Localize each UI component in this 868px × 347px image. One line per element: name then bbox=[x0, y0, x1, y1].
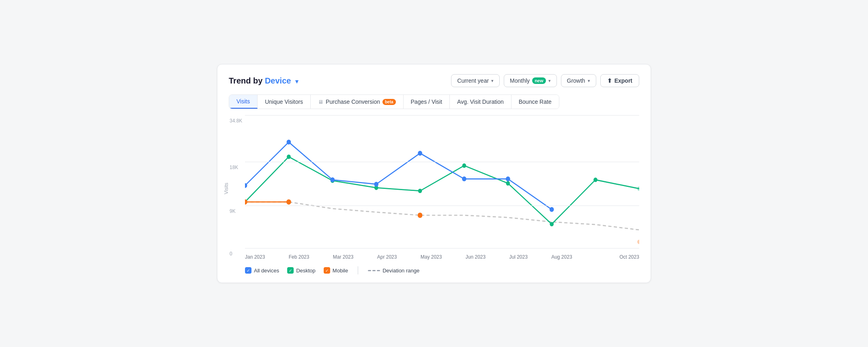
tab-bounce-rate[interactable]: Bounce Rate bbox=[511, 95, 559, 109]
header-controls: Current year ▾ Monthly new ▾ Growth ▾ ⬆ … bbox=[451, 74, 639, 87]
x-label-oct: Oct 2023 bbox=[619, 254, 639, 260]
legend-deviation[interactable]: Deviation range bbox=[368, 268, 419, 274]
device-chevron: ▼ bbox=[294, 78, 300, 85]
desktop-check-icon: ✓ bbox=[287, 267, 294, 274]
tab-unique-visitors[interactable]: Unique Visitors bbox=[258, 95, 311, 109]
header: Trend by Device ▼ Current year ▾ Monthly… bbox=[229, 74, 639, 87]
legend-desktop[interactable]: ✓ Desktop bbox=[287, 267, 316, 274]
x-label-jan: Jan 2023 bbox=[245, 254, 265, 260]
current-year-chevron: ▾ bbox=[491, 78, 494, 84]
growth-button[interactable]: Growth ▾ bbox=[561, 74, 596, 87]
monthly-button[interactable]: Monthly new ▾ bbox=[504, 74, 556, 87]
deviation-dash-icon bbox=[368, 270, 380, 271]
chart-legend: ✓ All devices ✓ Desktop ✓ Mobile Deviati… bbox=[229, 266, 639, 274]
y-label-18k: 18K bbox=[230, 165, 238, 170]
tab-purchase-conversion[interactable]: 🖥 Purchase Conversion beta bbox=[311, 95, 403, 109]
tab-visits[interactable]: Visits bbox=[229, 95, 258, 109]
device-selector[interactable]: Device ▼ bbox=[265, 76, 300, 85]
page-title: Trend by Device ▼ bbox=[229, 76, 300, 86]
monitor-icon: 🖥 bbox=[318, 99, 323, 105]
chart-inner: 34.8K 18K 9K 0 bbox=[245, 116, 639, 248]
tab-pages-visit[interactable]: Pages / Visit bbox=[404, 95, 450, 109]
all-devices-check-icon: ✓ bbox=[245, 267, 251, 274]
x-label-jul: Jul 2023 bbox=[509, 254, 527, 260]
legend-mobile-label: Mobile bbox=[333, 268, 348, 274]
chart-wrapper: Visits 34.8K 18K 9K 0 bbox=[229, 116, 639, 261]
y-label-9k: 9K bbox=[230, 208, 236, 214]
current-year-button[interactable]: Current year ▾ bbox=[451, 74, 500, 87]
legend-all-devices-label: All devices bbox=[254, 268, 279, 274]
x-label-may: May 2023 bbox=[421, 254, 442, 260]
main-card: Trend by Device ▼ Current year ▾ Monthly… bbox=[217, 64, 651, 283]
x-label-feb: Feb 2023 bbox=[289, 254, 309, 260]
grid-lines: 34.8K 18K 9K 0 bbox=[245, 116, 639, 248]
export-icon: ⬆ bbox=[607, 77, 612, 84]
legend-desktop-label: Desktop bbox=[296, 268, 316, 274]
monthly-chevron: ▾ bbox=[548, 78, 551, 84]
y-label-0: 0 bbox=[230, 251, 232, 257]
legend-deviation-label: Deviation range bbox=[382, 268, 419, 274]
legend-all-devices[interactable]: ✓ All devices bbox=[245, 267, 279, 274]
x-label-aug: Aug 2023 bbox=[551, 254, 572, 260]
title-prefix: Trend by bbox=[229, 76, 262, 85]
mobile-check-icon: ✓ bbox=[324, 267, 330, 274]
x-label-apr: Apr 2023 bbox=[377, 254, 397, 260]
x-label-jun: Jun 2023 bbox=[466, 254, 486, 260]
export-button[interactable]: ⬆ Export bbox=[600, 74, 639, 87]
x-labels: Jan 2023 Feb 2023 Mar 2023 Apr 2023 May … bbox=[245, 254, 639, 260]
metric-tabs: Visits Unique Visitors 🖥 Purchase Conver… bbox=[229, 94, 559, 109]
legend-divider bbox=[358, 266, 358, 274]
x-label-mar: Mar 2023 bbox=[333, 254, 354, 260]
growth-chevron: ▾ bbox=[588, 78, 590, 84]
y-axis-label: Visits bbox=[223, 183, 229, 194]
beta-badge: beta bbox=[382, 99, 396, 105]
monthly-new-badge: new bbox=[532, 77, 546, 84]
y-label-top: 34.8K bbox=[230, 118, 242, 124]
legend-mobile[interactable]: ✓ Mobile bbox=[324, 267, 348, 274]
tab-avg-visit-duration[interactable]: Avg. Visit Duration bbox=[450, 95, 511, 109]
